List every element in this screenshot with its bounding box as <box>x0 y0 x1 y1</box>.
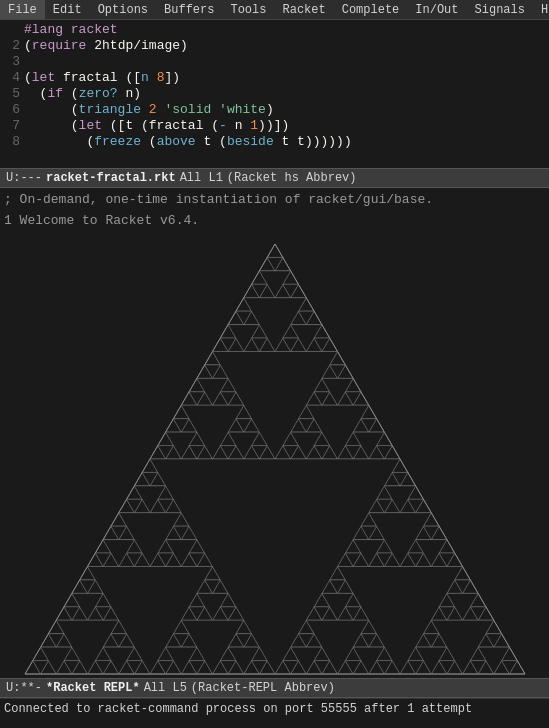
menu-file[interactable]: File <box>0 0 45 19</box>
bottom-status-bar: Connected to racket-command process on p… <box>0 698 549 718</box>
editor-mode: U:--- <box>6 171 42 185</box>
connected-status-text: Connected to racket-command process on p… <box>4 702 472 716</box>
repl-mode-info: (Racket-REPL Abbrev) <box>191 681 335 695</box>
menu-inout[interactable]: In/Out <box>407 0 466 19</box>
editor-filename: racket-fractal.rkt <box>46 171 176 185</box>
editor-status-bar: U:--- racket-fractal.rkt All L1 (Racket … <box>0 168 549 188</box>
sierpinski-triangle-display: .tri { fill: none; stroke: #888; stroke-… <box>0 230 549 678</box>
editor-line-1: #lang racket <box>4 22 545 38</box>
repl-mode: U:**- <box>6 681 42 695</box>
repl-instantiation-msg: ; On-demand, one-time instantiation of r… <box>0 188 549 209</box>
editor-line-8: 8 (freeze (above t (beside t t)))))) <box>4 134 545 150</box>
menu-complete[interactable]: Complete <box>334 0 408 19</box>
menu-tools[interactable]: Tools <box>222 0 274 19</box>
editor-area[interactable]: #lang racket 2 (require 2htdp/image) 3 4… <box>0 20 549 168</box>
repl-pos: All L5 <box>144 681 187 695</box>
editor-line-4: 4 (let fractal ([n 8]) <box>4 70 545 86</box>
repl-welcome-msg: 1 Welcome to Racket v6.4. <box>0 209 549 230</box>
menu-buffers[interactable]: Buffers <box>156 0 222 19</box>
repl-area[interactable]: ; On-demand, one-time instantiation of r… <box>0 188 549 678</box>
menubar: File Edit Options Buffers Tools Racket C… <box>0 0 549 20</box>
menu-options[interactable]: Options <box>90 0 156 19</box>
menu-racket[interactable]: Racket <box>274 0 333 19</box>
editor-line-3: 3 <box>4 54 545 70</box>
menu-help[interactable]: Help <box>533 0 549 19</box>
repl-status-bar: U:**- *Racket REPL* All L5 (Racket-REPL … <box>0 678 549 698</box>
menu-edit[interactable]: Edit <box>45 0 90 19</box>
menu-signals[interactable]: Signals <box>467 0 533 19</box>
repl-filename: *Racket REPL* <box>46 681 140 695</box>
editor-mode-info: (Racket hs Abbrev) <box>227 171 357 185</box>
editor-line-7: 7 (let ([t (fractal (- n 1))]) <box>4 118 545 134</box>
editor-line-2: 2 (require 2htdp/image) <box>4 38 545 54</box>
editor-line-5: 5 (if (zero? n) <box>4 86 545 102</box>
sierpinski-svg: .tri { fill: none; stroke: #888; stroke-… <box>15 234 535 678</box>
editor-line-6: 6 (triangle 2 'solid 'white) <box>4 102 545 118</box>
editor-pos: All L1 <box>180 171 223 185</box>
